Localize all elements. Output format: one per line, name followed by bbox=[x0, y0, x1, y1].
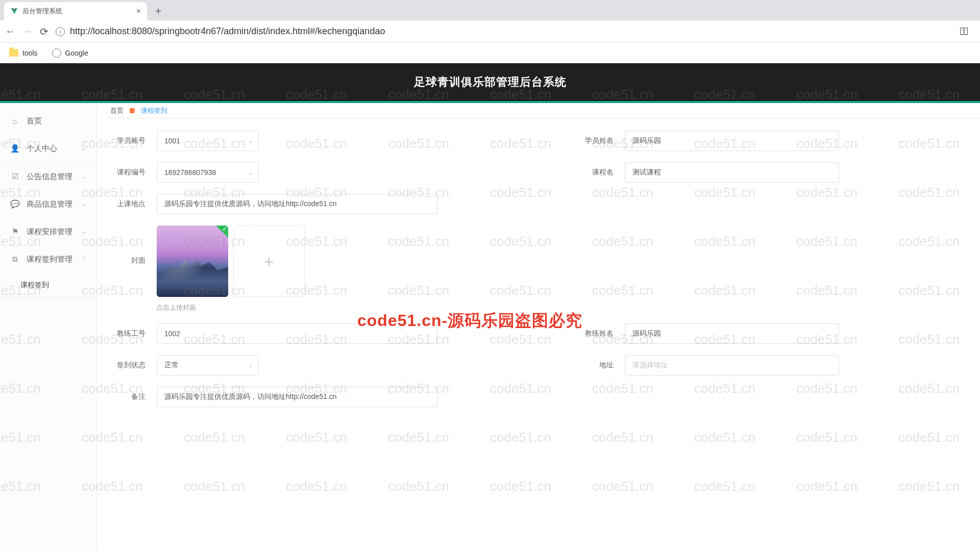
forward-button[interactable]: → bbox=[22, 26, 33, 38]
label-location: 上课地点 bbox=[107, 199, 145, 209]
sidebar-item-profile[interactable]: 👤 个人中心 ⌄ bbox=[0, 135, 96, 162]
upload-cover-button[interactable]: ＋ bbox=[233, 226, 305, 297]
chevron-down-icon: ⌄ bbox=[81, 173, 86, 180]
coach-name-input[interactable]: 源码乐园 bbox=[625, 323, 839, 344]
label-coach-no: 教练工号 bbox=[107, 329, 145, 338]
bookmark-tools[interactable]: tools bbox=[9, 49, 38, 57]
label-coach-name: 教练姓名 bbox=[565, 329, 614, 338]
label-course-no: 课程编号 bbox=[107, 168, 145, 177]
label-address: 地址 bbox=[565, 361, 614, 370]
back-button[interactable]: ← bbox=[5, 26, 15, 38]
tab-close-icon[interactable]: × bbox=[136, 7, 141, 16]
site-info-icon[interactable]: i bbox=[56, 27, 65, 36]
breadcrumb: 首页 课程签到 bbox=[107, 103, 980, 118]
label-student-name: 学员姓名 bbox=[565, 136, 614, 145]
vue-favicon-icon bbox=[10, 7, 18, 15]
label-sign-status: 签到状态 bbox=[107, 361, 145, 370]
label-student-account: 学员账号 bbox=[107, 136, 145, 145]
copy-icon: ⧉ bbox=[10, 255, 19, 264]
address-bar[interactable]: i http://localhost:8080/springbootr4n67/… bbox=[56, 26, 952, 37]
home-icon: ⌂ bbox=[10, 116, 19, 126]
chevron-down-icon: ⌄ bbox=[248, 362, 253, 369]
chevron-down-icon: ⌄ bbox=[248, 169, 253, 176]
new-tab-button[interactable]: + bbox=[151, 4, 165, 18]
chevron-down-icon: ⌄ bbox=[81, 145, 86, 152]
course-no-select[interactable]: 1692786807938 ⌄ bbox=[157, 162, 259, 183]
globe-icon bbox=[52, 48, 61, 58]
url-text: http://localhost:8080/springbootr4n67/ad… bbox=[70, 26, 385, 37]
breadcrumb-current[interactable]: 课程签到 bbox=[141, 106, 167, 115]
upload-hint: 点击上传封面 bbox=[156, 303, 980, 312]
label-remark: 备注 bbox=[107, 392, 145, 402]
label-cover: 封面 bbox=[107, 256, 145, 265]
sidebar-item-goods[interactable]: 💬 商品信息管理 ⌄ bbox=[0, 190, 96, 218]
sidebar-item-home[interactable]: ⌂ 首页 bbox=[0, 107, 96, 135]
reload-button[interactable]: ⟳ bbox=[40, 26, 48, 38]
content-area: 首页 课程签到 学员账号 1001 ⌄ 学员姓名 源码乐园 bbox=[97, 103, 980, 551]
chat-icon: 💬 bbox=[10, 199, 19, 209]
breadcrumb-home[interactable]: 首页 bbox=[110, 106, 124, 115]
flag-icon: ⚑ bbox=[10, 227, 19, 236]
address-input[interactable]: 请选择地址 bbox=[625, 355, 839, 375]
browser-tab[interactable]: 后台管理系统 × bbox=[4, 2, 147, 20]
app-header: 足球青训俱乐部管理后台系统 bbox=[0, 63, 980, 101]
student-name-input[interactable]: 源码乐园 bbox=[625, 131, 839, 151]
tab-title: 后台管理系统 bbox=[22, 7, 62, 16]
chevron-down-icon: ⌄ bbox=[81, 201, 86, 208]
sidebar-item-signin[interactable]: ⧉ 课程签到管理 ⌃ bbox=[0, 245, 96, 273]
label-course-name: 课程名 bbox=[565, 168, 614, 177]
sidebar-item-schedule[interactable]: ⚑ 课程安排管理 ⌄ bbox=[0, 218, 96, 245]
chevron-down-icon: ⌄ bbox=[248, 137, 253, 144]
password-key-icon[interactable]: ⚿ bbox=[960, 26, 969, 37]
breadcrumb-dot-icon bbox=[130, 108, 135, 113]
folder-icon bbox=[9, 49, 18, 57]
sidebar: ⌂ 首页 👤 个人中心 ⌄ ☑ 公告信息管理 ⌄ 💬 商品信息管理 ⌄ ⚑ 课程… bbox=[0, 103, 97, 551]
sign-status-select[interactable]: 正常 ⌄ bbox=[157, 355, 259, 375]
bookmark-google[interactable]: Google bbox=[52, 48, 88, 58]
sidebar-sub-signin[interactable]: 课程签到 bbox=[0, 273, 96, 297]
coach-no-input[interactable]: 1002 bbox=[157, 323, 437, 344]
cover-thumbnail[interactable] bbox=[157, 226, 228, 297]
user-icon: 👤 bbox=[10, 144, 19, 153]
app-title: 足球青训俱乐部管理后台系统 bbox=[414, 74, 567, 90]
plus-icon: ＋ bbox=[261, 251, 277, 272]
remark-input[interactable]: 源码乐园专注提供优质源码，访问地址http://code51.cn bbox=[157, 387, 437, 407]
checkbox-icon: ☑ bbox=[10, 172, 19, 181]
check-corner-icon bbox=[216, 226, 228, 238]
chevron-up-icon: ⌃ bbox=[81, 256, 86, 263]
location-input[interactable]: 源码乐园专注提供优质源码，访问地址http://code51.cn bbox=[157, 194, 437, 214]
course-name-input[interactable]: 测试课程 bbox=[625, 162, 839, 183]
student-account-select[interactable]: 1001 ⌄ bbox=[157, 131, 259, 151]
chevron-down-icon: ⌄ bbox=[81, 228, 86, 235]
sidebar-item-announce[interactable]: ☑ 公告信息管理 ⌄ bbox=[0, 163, 96, 190]
